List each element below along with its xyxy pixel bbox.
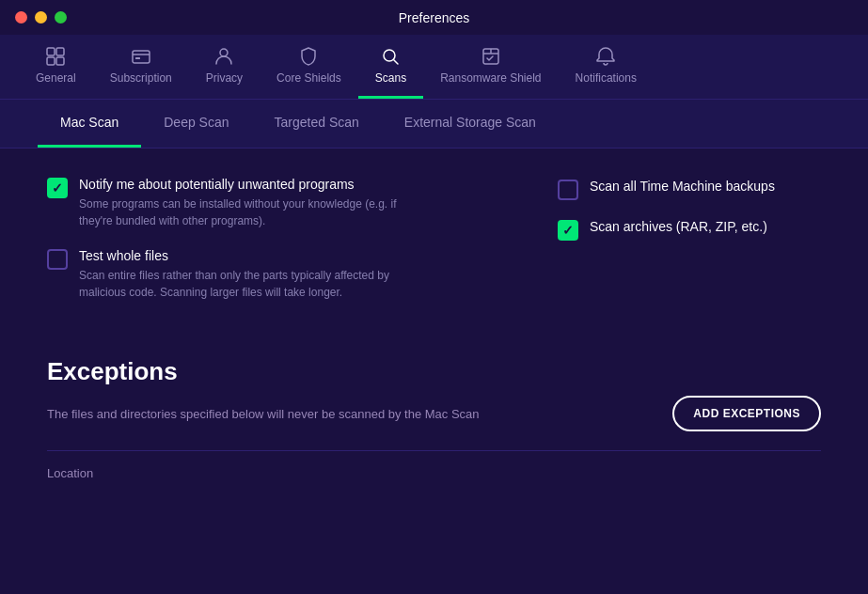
- card-icon: [131, 46, 151, 67]
- option-stm-text: Scan all Time Machine backups: [590, 179, 775, 197]
- nav-label-subscription: Subscription: [110, 71, 172, 85]
- nav-label-ransomware-shield: Ransomware Shield: [440, 71, 541, 85]
- nav-item-subscription[interactable]: Subscription: [93, 35, 189, 99]
- location-table: Location: [47, 450, 821, 484]
- svg-rect-2: [47, 57, 55, 65]
- close-button[interactable]: [15, 11, 27, 23]
- options-right-col: Scan all Time Machine backups ✓ Scan arc…: [558, 177, 821, 301]
- option-twf-label: Test whole files: [79, 248, 399, 263]
- options-row: ✓ Notify me about potentially unwanted p…: [47, 177, 821, 301]
- checkmark-icon: ✓: [52, 181, 63, 195]
- exceptions-title: Exceptions: [47, 357, 821, 386]
- exceptions-desc-row: The files and directories specified belo…: [47, 396, 821, 431]
- option-scan-archives: ✓ Scan archives (RAR, ZIP, etc.): [558, 219, 821, 241]
- option-twf-text: Test whole files Scan entire files rathe…: [79, 248, 399, 301]
- sub-tab-external-storage-scan[interactable]: External Storage Scan: [382, 100, 559, 148]
- minimize-button[interactable]: [35, 11, 47, 23]
- nav-label-general: General: [36, 71, 76, 85]
- nav-label-scans: Scans: [375, 71, 406, 85]
- box-icon: [481, 46, 501, 67]
- svg-point-7: [220, 49, 228, 56]
- window-title: Preferences: [399, 10, 469, 25]
- exceptions-section: Exceptions The files and directories spe…: [0, 357, 868, 484]
- option-scan-time-machine: Scan all Time Machine backups: [558, 179, 821, 200]
- svg-line-9: [394, 60, 399, 65]
- svg-rect-3: [56, 57, 64, 65]
- location-header: Location: [47, 462, 821, 484]
- checkbox-scan-time-machine[interactable]: [558, 180, 578, 200]
- option-sa-label: Scan archives (RAR, ZIP, etc.): [590, 219, 767, 234]
- nav-item-ransomware-shield[interactable]: Ransomware Shield: [423, 35, 558, 99]
- checkbox-scan-archives[interactable]: ✓: [558, 220, 578, 241]
- checkbox-test-whole-files[interactable]: [47, 249, 68, 270]
- option-stm-label: Scan all Time Machine backups: [590, 179, 775, 194]
- checkbox-notify-pup[interactable]: ✓: [47, 178, 68, 198]
- traffic-lights: [15, 11, 67, 23]
- nav-item-scans[interactable]: Scans: [358, 35, 423, 99]
- maximize-button[interactable]: [55, 11, 67, 23]
- sub-tab-targeted-scan[interactable]: Targeted Scan: [252, 100, 382, 148]
- bell-icon: [595, 46, 616, 67]
- option-pup-desc: Some programs can be installed without y…: [79, 195, 399, 229]
- person-icon: [213, 46, 234, 67]
- option-twf-desc: Scan entire files rather than only the p…: [79, 267, 399, 301]
- options-left-col: ✓ Notify me about potentially unwanted p…: [47, 177, 501, 301]
- nav-label-privacy: Privacy: [206, 71, 243, 85]
- search-icon: [380, 46, 401, 67]
- sub-tab-mac-scan[interactable]: Mac Scan: [38, 100, 141, 148]
- settings-area: ✓ Notify me about potentially unwanted p…: [0, 148, 868, 348]
- nav-item-core-shields[interactable]: Core Shields: [260, 35, 358, 99]
- grid-icon: [45, 46, 66, 67]
- nav-item-general[interactable]: General: [19, 35, 93, 99]
- svg-rect-0: [47, 48, 55, 55]
- svg-rect-6: [135, 57, 140, 59]
- option-notify-pup: ✓ Notify me about potentially unwanted p…: [47, 177, 501, 229]
- add-exceptions-button[interactable]: ADD EXCEPTIONS: [672, 396, 821, 431]
- nav-label-notifications: Notifications: [576, 71, 637, 85]
- content-area: Mac Scan Deep Scan Targeted Scan Externa…: [0, 100, 868, 484]
- option-sa-text: Scan archives (RAR, ZIP, etc.): [590, 219, 767, 238]
- nav-item-privacy[interactable]: Privacy: [189, 35, 260, 99]
- svg-rect-1: [56, 48, 64, 55]
- sub-tab-deep-scan[interactable]: Deep Scan: [141, 100, 251, 148]
- shield-icon: [298, 46, 319, 67]
- option-test-whole-files: Test whole files Scan entire files rathe…: [47, 248, 501, 301]
- exceptions-desc: The files and directories specified belo…: [47, 407, 480, 421]
- sub-tabs: Mac Scan Deep Scan Targeted Scan Externa…: [0, 100, 868, 148]
- option-pup-text: Notify me about potentially unwanted pro…: [79, 177, 399, 229]
- svg-rect-4: [133, 51, 150, 63]
- checkmark-archives-icon: ✓: [562, 224, 574, 237]
- nav-label-core-shields: Core Shields: [276, 71, 341, 85]
- option-pup-label: Notify me about potentially unwanted pro…: [79, 177, 399, 192]
- nav-item-notifications[interactable]: Notifications: [559, 35, 654, 99]
- top-nav: General Subscription Privacy Core Shield…: [0, 35, 868, 100]
- titlebar: Preferences: [0, 0, 868, 35]
